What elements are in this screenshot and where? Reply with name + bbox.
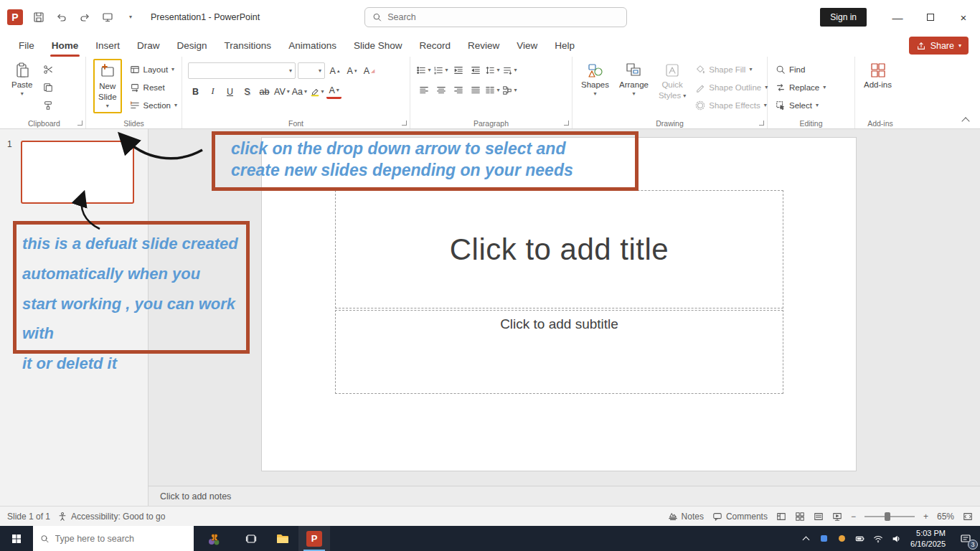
- slideshow-view-button[interactable]: [832, 512, 842, 522]
- tab-view[interactable]: View: [508, 34, 546, 57]
- fit-to-window-button[interactable]: [963, 512, 973, 522]
- powerpoint-taskbar-button[interactable]: P: [298, 526, 330, 551]
- reset-button[interactable]: Reset: [128, 80, 179, 95]
- font-name-combobox[interactable]: ▾: [188, 62, 296, 79]
- zoom-in-button[interactable]: +: [923, 512, 928, 522]
- tab-help[interactable]: Help: [546, 34, 583, 57]
- tray-app-blue-icon[interactable]: [815, 526, 833, 551]
- minimize-button[interactable]: —: [881, 0, 914, 34]
- new-slide-button[interactable]: New Slide ▾: [95, 61, 120, 111]
- title-placeholder[interactable]: Click to add title: [335, 190, 783, 309]
- layout-button[interactable]: Layout ▾: [128, 62, 179, 77]
- search-input[interactable]: [387, 12, 619, 22]
- strikethrough-button[interactable]: ab: [257, 84, 272, 99]
- tab-design[interactable]: Design: [169, 34, 216, 57]
- tab-record[interactable]: Record: [410, 34, 459, 57]
- tab-home[interactable]: Home: [43, 34, 88, 57]
- underline-button[interactable]: U: [222, 84, 237, 99]
- undo-button[interactable]: [50, 6, 73, 28]
- clear-formatting-button[interactable]: A: [362, 63, 377, 78]
- tab-insert[interactable]: Insert: [87, 34, 128, 57]
- tab-animations[interactable]: Animations: [280, 34, 345, 57]
- search-box[interactable]: [364, 7, 627, 27]
- clipboard-dialog-launcher-icon[interactable]: [77, 121, 83, 126]
- arrange-button[interactable]: Arrange ▾: [616, 60, 651, 99]
- shape-outline-button[interactable]: Shape Outline ▾: [693, 80, 770, 95]
- zoom-out-button[interactable]: −: [851, 512, 856, 522]
- shape-fill-button[interactable]: Shape Fill ▾: [693, 62, 770, 77]
- network-icon[interactable]: [869, 526, 887, 551]
- change-case-button[interactable]: Aa▾: [292, 84, 307, 99]
- character-spacing-button[interactable]: AV▾: [274, 84, 290, 99]
- tab-slide-show[interactable]: Slide Show: [345, 34, 411, 57]
- text-highlight-button[interactable]: ▾: [309, 84, 324, 99]
- italic-button[interactable]: I: [205, 84, 220, 99]
- collapse-ribbon-icon[interactable]: [961, 117, 969, 125]
- shapes-button[interactable]: Shapes ▾: [578, 60, 612, 99]
- tab-file[interactable]: File: [10, 34, 43, 57]
- font-color-button[interactable]: A▾: [326, 84, 341, 99]
- shape-effects-button[interactable]: Shape Effects ▾: [693, 98, 770, 113]
- decrease-indent-button[interactable]: [451, 62, 466, 77]
- notes-toggle-button[interactable]: Notes: [668, 512, 704, 522]
- zoom-slider-thumb[interactable]: [885, 512, 890, 521]
- sign-in-button[interactable]: Sign in: [820, 8, 867, 27]
- align-center-button[interactable]: [433, 83, 448, 98]
- taskbar-clock[interactable]: 5:03 PM 6/16/2025: [905, 528, 951, 549]
- copy-button[interactable]: [39, 80, 57, 95]
- font-dialog-launcher-icon[interactable]: [402, 121, 407, 126]
- taskbar-search-box[interactable]: [33, 526, 194, 551]
- taskbar-search-input[interactable]: [55, 534, 187, 544]
- share-button[interactable]: Share ▾: [909, 37, 969, 55]
- volume-icon[interactable]: [887, 526, 905, 551]
- close-button[interactable]: ×: [947, 0, 980, 34]
- slide-sorter-view-button[interactable]: [795, 512, 805, 522]
- text-shadow-button[interactable]: S: [240, 84, 255, 99]
- hidden-icons-button[interactable]: [797, 526, 815, 551]
- tab-draw[interactable]: Draw: [128, 34, 169, 57]
- columns-button[interactable]: ▾: [485, 83, 500, 98]
- start-button[interactable]: [0, 526, 33, 551]
- justify-button[interactable]: [468, 83, 483, 98]
- accessibility-status[interactable]: Accessibility: Good to go: [57, 512, 165, 522]
- replace-button[interactable]: Replace ▾: [773, 80, 828, 95]
- zoom-level[interactable]: 65%: [937, 512, 954, 522]
- drawing-dialog-launcher-icon[interactable]: [759, 121, 764, 126]
- tab-transitions[interactable]: Transitions: [216, 34, 281, 57]
- notes-pane[interactable]: Click to add notes: [149, 486, 980, 506]
- bold-button[interactable]: B: [188, 84, 203, 99]
- subtitle-placeholder[interactable]: Click to add subtitle: [335, 310, 783, 394]
- save-button[interactable]: [27, 6, 50, 28]
- slide-1-thumbnail[interactable]: [21, 141, 134, 204]
- numbering-button[interactable]: ▾: [433, 62, 448, 77]
- font-size-combobox[interactable]: ▾: [298, 62, 325, 79]
- paste-button[interactable]: Paste ▾: [9, 60, 35, 99]
- section-button[interactable]: Section ▾: [128, 98, 179, 113]
- addins-button[interactable]: Add-ins: [861, 60, 895, 92]
- reading-view-button[interactable]: [814, 512, 824, 522]
- select-button[interactable]: Select ▾: [773, 98, 828, 113]
- redo-button[interactable]: [73, 6, 96, 28]
- bullets-button[interactable]: ▾: [416, 62, 431, 77]
- zoom-slider[interactable]: [864, 516, 915, 517]
- quick-styles-button[interactable]: Quick Styles▾: [656, 60, 689, 103]
- tray-app-orange-icon[interactable]: [833, 526, 851, 551]
- comments-button[interactable]: Comments: [712, 512, 768, 522]
- task-view-button[interactable]: [235, 526, 267, 551]
- cut-button[interactable]: [39, 62, 57, 77]
- find-button[interactable]: Find: [773, 62, 828, 77]
- increase-indent-button[interactable]: [468, 62, 483, 77]
- increase-font-size-button[interactable]: A: [327, 63, 342, 78]
- maximize-button[interactable]: [914, 0, 947, 34]
- format-painter-button[interactable]: [39, 98, 57, 113]
- normal-view-button[interactable]: [776, 512, 786, 522]
- widgets-button[interactable]: [194, 526, 235, 551]
- align-left-button[interactable]: [416, 83, 431, 98]
- action-center-button[interactable]: 3: [951, 526, 980, 551]
- start-slideshow-button[interactable]: [96, 6, 119, 28]
- tab-review[interactable]: Review: [459, 34, 508, 57]
- align-right-button[interactable]: [451, 83, 466, 98]
- decrease-font-size-button[interactable]: A: [344, 63, 359, 78]
- text-direction-button[interactable]: ▾: [502, 62, 517, 77]
- file-explorer-button[interactable]: [267, 526, 298, 551]
